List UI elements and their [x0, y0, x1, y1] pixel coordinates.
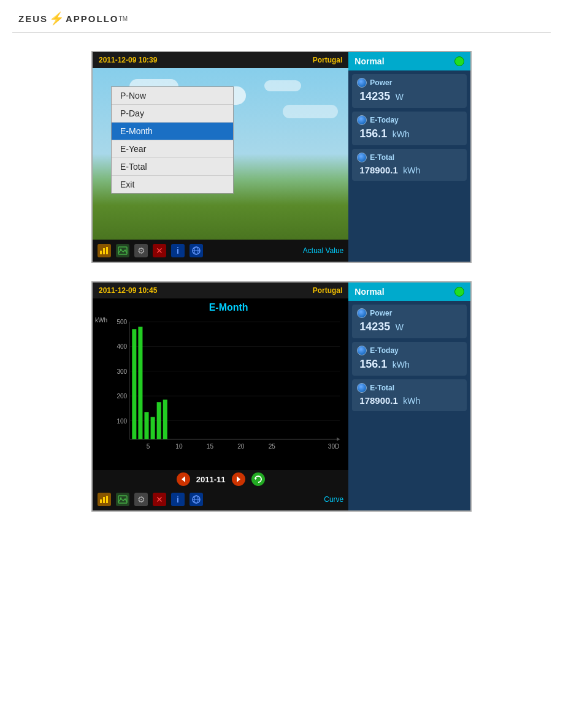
screen1-status-label: Normal	[354, 56, 384, 66]
screen2-card-etoday: E-Today 156.1 kWh	[352, 342, 467, 376]
screen2-topbar: 2011-12-09 10:45 Portugal	[93, 282, 348, 298]
screen2-status-label: Normal	[354, 287, 384, 297]
svg-rect-27	[132, 329, 136, 439]
svg-rect-31	[157, 402, 161, 439]
logo-area: ZEUS ⚡ APPOLLO TM	[0, 0, 563, 32]
screen1-datetime: 2011-12-09 10:39	[99, 56, 157, 64]
settings-icon-2[interactable]: ⚙	[134, 493, 148, 506]
card-etoday-unit: kWh	[393, 129, 410, 139]
screen2-wrapper: 2011-12-09 10:45 Portugal E-Month kWh 50…	[91, 281, 472, 512]
nav-refresh-btn[interactable]	[251, 472, 265, 486]
screen2-datetime: 2011-12-09 10:45	[99, 286, 157, 295]
image-icon-2[interactable]	[116, 493, 129, 506]
svg-text:500: 500	[117, 319, 127, 325]
card-etotal-value: 178900.1	[357, 165, 398, 175]
header-divider	[12, 32, 551, 32]
svg-rect-36	[100, 499, 102, 503]
card-etoday-icon	[357, 115, 367, 125]
card-etotal-title: E-Total	[370, 153, 394, 162]
menu-item-etotal[interactable]: E-Total	[112, 158, 233, 176]
cloud-3	[264, 80, 301, 91]
svg-rect-2	[106, 247, 108, 254]
svg-marker-26	[337, 438, 340, 441]
menu-item-emonth[interactable]: E-Month	[112, 123, 233, 140]
card-power-title: Power	[370, 78, 392, 87]
svg-text:300: 300	[117, 368, 127, 375]
menu-item-eyear[interactable]: E-Year	[112, 140, 233, 158]
nav-next-btn[interactable]	[232, 472, 245, 486]
svg-rect-1	[103, 248, 105, 254]
menu-item-pday[interactable]: P-Day	[112, 105, 233, 123]
svg-text:400: 400	[117, 343, 127, 350]
card2-power-value: 14235	[357, 320, 390, 333]
svg-text:100: 100	[117, 418, 127, 425]
card2-power-title: Power	[370, 309, 392, 317]
card-etotal-unit: kWh	[403, 165, 420, 175]
screen1-wrapper: 2011-12-09 10:39 Portugal P-Now P-Day E-…	[91, 51, 472, 263]
globe-icon-2[interactable]	[190, 493, 203, 506]
screen2-status-dot	[454, 287, 464, 297]
svg-text:15: 15	[207, 443, 214, 450]
svg-text:25: 25	[269, 443, 276, 450]
logo-zeus: ZEUS	[18, 13, 48, 24]
nav-date-label: 2011-11	[196, 475, 226, 484]
screen1-right: Normal Power 14235 W E-Today 156.1 kWh	[348, 52, 470, 262]
stop-icon-2[interactable]: ✕	[153, 493, 166, 506]
svg-rect-30	[151, 417, 155, 439]
nav-prev-btn[interactable]	[177, 472, 190, 486]
card-etoday-value: 156.1	[357, 127, 387, 140]
image-icon[interactable]	[116, 244, 129, 257]
screen1-toolbar-label: Actual Value	[303, 246, 344, 255]
svg-text:30D: 30D	[328, 443, 340, 450]
screen1-left: 2011-12-09 10:39 Portugal P-Now P-Day E-…	[93, 52, 348, 262]
card-etoday-title: E-Today	[370, 116, 398, 124]
cloud-4	[283, 105, 338, 118]
globe-icon[interactable]	[190, 244, 203, 257]
svg-rect-38	[106, 496, 108, 503]
svg-marker-33	[182, 476, 185, 482]
screen2-chart-area: E-Month kWh 500 400 300 200 100	[93, 298, 348, 470]
card2-power-icon	[357, 308, 367, 318]
svg-text:10: 10	[175, 443, 183, 450]
info-icon-2[interactable]: i	[171, 493, 185, 506]
chart-bar-icon-2[interactable]	[98, 493, 111, 506]
screen2-right: Normal Power 14235 W E-Today 156.1 kWh	[348, 282, 470, 510]
screen2-location: Portugal	[313, 286, 343, 295]
settings-icon[interactable]: ⚙	[134, 244, 148, 257]
svg-marker-34	[237, 476, 240, 482]
svg-rect-28	[138, 327, 142, 439]
card2-etotal-icon	[357, 383, 367, 393]
card-power-value: 14235	[357, 90, 390, 102]
chart-y-label: kWh	[95, 317, 107, 324]
status-dot	[454, 56, 464, 66]
logo-tm: TM	[119, 15, 128, 22]
card2-etoday-icon	[357, 346, 367, 355]
dropdown-menu[interactable]: P-Now P-Day E-Month E-Year E-Total Exit	[111, 86, 234, 194]
screen1-card-power: Power 14235 W	[352, 74, 467, 108]
menu-item-pnow[interactable]: P-Now	[112, 87, 233, 105]
screen1-topbar: 2011-12-09 10:39 Portugal	[93, 52, 348, 68]
chart-svg: 500 400 300 200 100 5 10 15 20	[111, 316, 346, 458]
screen2-card-etotal: E-Total 178900.1 kWh	[352, 379, 467, 411]
card-power-icon	[357, 78, 367, 88]
stop-icon[interactable]: ✕	[153, 244, 166, 257]
chart-bar-icon[interactable]	[98, 244, 111, 257]
menu-item-exit[interactable]: Exit	[112, 176, 233, 193]
svg-text:200: 200	[117, 393, 127, 400]
card2-etoday-title: E-Today	[370, 346, 398, 355]
svg-rect-32	[163, 400, 167, 439]
screen2-nav-bar: 2011-11	[93, 470, 348, 488]
screen2-status-bar: Normal	[348, 282, 470, 301]
screen2-card-power: Power 14235 W	[352, 305, 467, 338]
screen1-card-etoday: E-Today 156.1 kWh	[352, 112, 467, 145]
logo-bolt-icon: ⚡	[49, 11, 64, 26]
svg-rect-0	[100, 251, 102, 254]
svg-rect-37	[103, 497, 105, 503]
card2-etotal-title: E-Total	[370, 384, 394, 392]
svg-text:5: 5	[147, 443, 150, 450]
svg-rect-29	[144, 412, 148, 439]
card2-power-unit: W	[396, 322, 404, 332]
card2-etotal-value: 178900.1	[357, 395, 398, 406]
info-icon[interactable]: i	[171, 244, 185, 257]
chart-title: E-Month	[111, 302, 346, 313]
